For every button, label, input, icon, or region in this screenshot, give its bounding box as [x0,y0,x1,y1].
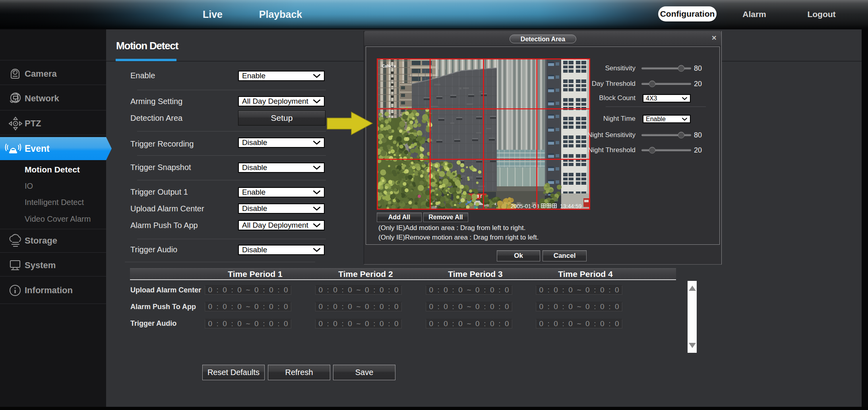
svg-text:CaNcra: CaNcra [382,64,396,68]
svg-text:2005-01-08: 2005-01-08 [511,203,539,209]
svg-text:13:44:59: 13:44:59 [560,203,582,209]
